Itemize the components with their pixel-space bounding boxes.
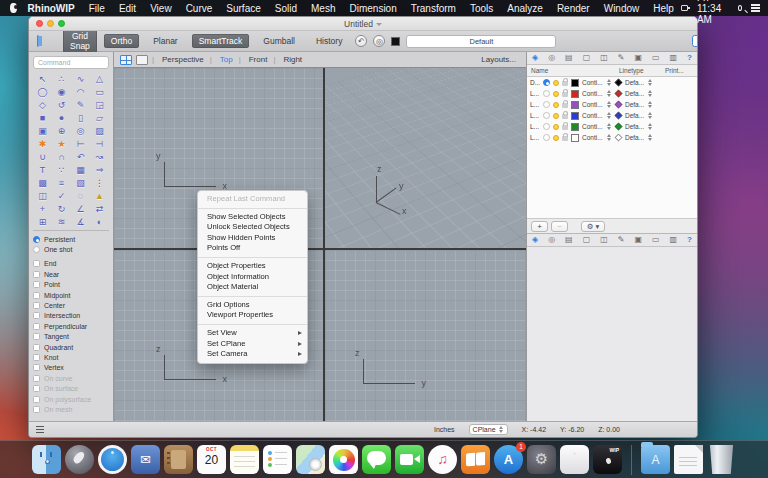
context-menu-item[interactable]: Object Information bbox=[198, 272, 307, 283]
context-menu-item[interactable] bbox=[198, 208, 307, 209]
layers-panel-icon[interactable]: ◈ bbox=[532, 54, 538, 62]
layer-print-color-diamond[interactable] bbox=[615, 112, 623, 120]
move-tool[interactable]: + bbox=[33, 202, 52, 215]
window-title-bar[interactable]: Untitled bbox=[29, 17, 697, 31]
surface-tool[interactable]: ◲ bbox=[90, 98, 109, 111]
osnap-checkbox[interactable] bbox=[33, 354, 40, 361]
help-panel-icon[interactable]: ? bbox=[687, 236, 692, 244]
layers-panel-icon[interactable]: ◈ bbox=[532, 236, 538, 244]
layer-print-width[interactable]: Defa... bbox=[625, 101, 645, 108]
viewport-vertical-split[interactable] bbox=[323, 68, 325, 421]
rectangle-tool[interactable]: ▭ bbox=[90, 85, 109, 98]
named-views-panel-icon[interactable]: ◫ bbox=[600, 236, 608, 244]
block-tool[interactable]: ▩ bbox=[33, 176, 52, 189]
print-stepper-icon[interactable] bbox=[648, 134, 653, 141]
shade-tool[interactable]: ◐ bbox=[90, 215, 109, 228]
layer-print-color-diamond[interactable] bbox=[615, 101, 623, 109]
circle-tool[interactable]: ◯ bbox=[33, 85, 52, 98]
layer-color-swatch[interactable] bbox=[571, 79, 579, 87]
mode-toggle-button[interactable]: SmartTrack bbox=[192, 34, 250, 48]
layer-color-swatch[interactable] bbox=[571, 134, 579, 142]
join-tool[interactable]: ∪ bbox=[33, 150, 52, 163]
print-stepper-icon[interactable] bbox=[648, 123, 653, 130]
linetype-stepper-icon[interactable] bbox=[607, 101, 612, 108]
layer-row[interactable]: L... Conti... Defa... bbox=[527, 110, 697, 121]
select-tool[interactable]: ↖ bbox=[33, 72, 52, 85]
sphere-tool[interactable]: ● bbox=[52, 111, 71, 124]
arc-tool[interactable]: ◠ bbox=[71, 85, 90, 98]
linetype-stepper-icon[interactable] bbox=[607, 79, 612, 86]
notes-icon[interactable] bbox=[230, 445, 259, 474]
layer-visibility-bulb-icon[interactable] bbox=[553, 113, 559, 119]
layer-current-radio[interactable] bbox=[543, 79, 550, 86]
messages-icon[interactable] bbox=[362, 445, 391, 474]
menubar-menu-item[interactable]: Dimension bbox=[342, 3, 403, 14]
layer-linetype[interactable]: Conti... bbox=[582, 79, 604, 86]
explode-tool[interactable]: ✱ bbox=[33, 137, 52, 150]
add-layer-button[interactable]: + bbox=[531, 221, 548, 232]
layer-row[interactable]: D... Conti... Defa... bbox=[527, 77, 697, 88]
mirror-tool[interactable]: ⇄ bbox=[90, 202, 109, 215]
undo-icon[interactable]: ↶ bbox=[355, 35, 367, 47]
curve-tool[interactable]: ∿ bbox=[71, 72, 90, 85]
menubar-menu-item[interactable]: Help bbox=[646, 3, 681, 14]
group-tool[interactable]: ∩ bbox=[52, 150, 71, 163]
scale-tool[interactable]: ∠ bbox=[71, 202, 90, 215]
polyline-tool[interactable]: △ bbox=[90, 72, 109, 85]
context-menu-item[interactable]: Points Off bbox=[198, 243, 307, 254]
osnap-row[interactable]: Center bbox=[33, 300, 109, 310]
context-menu-item[interactable]: Viewport Properties bbox=[198, 310, 307, 321]
menubar-menu-item[interactable]: Solid bbox=[268, 3, 304, 14]
linetype-stepper-icon[interactable] bbox=[607, 123, 612, 130]
mode-toggle-button[interactable]: Gumball bbox=[256, 34, 302, 48]
sketch-tool[interactable]: ✎ bbox=[71, 98, 90, 111]
hatch-tool[interactable]: ▧ bbox=[71, 176, 90, 189]
osnap-checkbox[interactable] bbox=[33, 292, 40, 299]
array-tool[interactable]: ▦ bbox=[71, 163, 90, 176]
boolean-tool[interactable]: ★ bbox=[52, 137, 71, 150]
layer-lock-icon[interactable] bbox=[562, 136, 568, 141]
mode-toggle-button[interactable]: History bbox=[309, 34, 349, 48]
context-menu-item[interactable]: Repeat Last Command bbox=[198, 194, 307, 205]
layer-lock-icon[interactable] bbox=[562, 92, 568, 97]
status-menu-icon[interactable] bbox=[36, 426, 44, 433]
chamfer-tool[interactable]: ⊣ bbox=[90, 137, 109, 150]
mode-toggle-button[interactable]: Grid Snap bbox=[63, 29, 97, 53]
ibooks-icon[interactable] bbox=[461, 445, 490, 474]
layer-visibility-bulb-icon[interactable] bbox=[553, 80, 559, 86]
osnap-row[interactable]: On surface bbox=[33, 383, 109, 393]
layer-current-radio[interactable] bbox=[543, 112, 550, 119]
context-menu-item[interactable]: Object Material bbox=[198, 282, 307, 293]
documents-icon[interactable] bbox=[674, 445, 703, 474]
rotate-tool[interactable]: ↻ bbox=[52, 202, 71, 215]
layer-visibility-bulb-icon[interactable] bbox=[553, 91, 559, 97]
menubar-menu-item[interactable]: Tools bbox=[463, 3, 500, 14]
context-menu-item[interactable]: Show Hidden Points bbox=[198, 233, 307, 244]
menubar-menu-item[interactable]: Render bbox=[550, 3, 597, 14]
perspective-viewport[interactable] bbox=[325, 68, 526, 248]
blocks-panel-icon[interactable]: ▣ bbox=[634, 236, 642, 244]
safari-icon[interactable] bbox=[98, 445, 127, 474]
layer-current-radio[interactable] bbox=[543, 101, 550, 108]
layer-color-swatch[interactable] bbox=[571, 112, 579, 120]
layer-visibility-bulb-icon[interactable] bbox=[553, 102, 559, 108]
help-panel-icon[interactable]: ? bbox=[687, 54, 692, 62]
facetime-icon[interactable] bbox=[395, 445, 424, 474]
objects-panel-icon[interactable]: ▢ bbox=[583, 236, 591, 244]
layer-print-width[interactable]: Defa... bbox=[625, 134, 645, 141]
osnap-row[interactable]: On polysurface bbox=[33, 394, 109, 404]
layer-linetype[interactable]: Conti... bbox=[582, 112, 604, 119]
finder-icon[interactable] bbox=[32, 445, 61, 474]
objects-panel-icon[interactable]: ▢ bbox=[583, 54, 591, 62]
polygon-tool[interactable]: ◇ bbox=[33, 98, 52, 111]
layouts-button[interactable]: Layouts... bbox=[481, 55, 520, 64]
osnap-row[interactable]: One shot bbox=[33, 244, 109, 254]
linetype-stepper-icon[interactable] bbox=[607, 90, 612, 97]
osnap-row[interactable]: Perpendicular bbox=[33, 321, 109, 331]
osnap-checkbox[interactable] bbox=[33, 364, 40, 371]
osnap-row[interactable]: Midpoint bbox=[33, 290, 109, 300]
osnap-checkbox[interactable] bbox=[33, 375, 40, 382]
osnap-row[interactable]: Persistent bbox=[33, 234, 109, 244]
record-history-icon[interactable]: ◎ bbox=[373, 35, 385, 47]
photos-icon[interactable] bbox=[329, 445, 358, 474]
